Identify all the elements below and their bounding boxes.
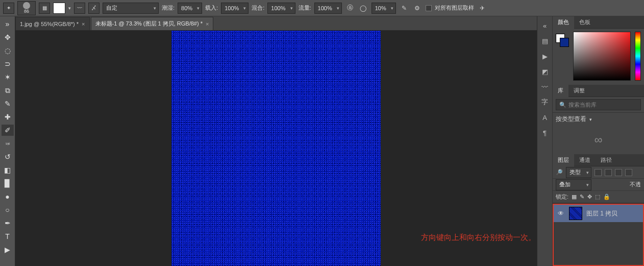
foreground-swatch[interactable]	[53, 3, 65, 14]
tab-adjustments[interactable]: 调整	[568, 85, 590, 97]
brush-preset-picker[interactable]: 86	[17, 1, 36, 15]
eyedropper-tool[interactable]: ✎	[2, 98, 14, 109]
brush-dot-icon	[23, 2, 30, 9]
glyph-icon[interactable]: 字	[539, 97, 551, 107]
tablet-pressure-icon[interactable]: ✎	[399, 3, 409, 13]
character-icon[interactable]: A	[539, 112, 551, 123]
lasso-tool[interactable]: ⊃	[2, 58, 14, 69]
document-tab[interactable]: 1.jpg @ 55%(RGB/8*) * ×	[15, 17, 90, 30]
layers-panel-tabs: 图层 通道 路径	[553, 154, 644, 166]
crop-tool[interactable]: ⧉	[2, 85, 14, 96]
hue-slider[interactable]	[635, 32, 641, 81]
cc-empty: ∞	[553, 126, 644, 154]
blend-mode-dropdown[interactable]: 叠加	[556, 179, 591, 190]
opt-value-3[interactable]: 100%	[314, 3, 342, 14]
filter-type-icon[interactable]	[615, 169, 622, 176]
kind-dropdown[interactable]: 类型	[566, 167, 591, 178]
airbrush-value[interactable]: 10%	[371, 3, 396, 14]
close-icon[interactable]: ×	[82, 21, 85, 27]
opacity-label: 不透	[630, 181, 641, 188]
artboard	[171, 31, 381, 266]
stamp-tool[interactable]: ⎃	[2, 138, 14, 149]
eraser-tool[interactable]: ◧	[2, 164, 14, 176]
airbrush-icon[interactable]: ⓐ	[345, 3, 355, 13]
blend-row: 叠加 不透	[553, 179, 644, 191]
swatch-dropdown-icon[interactable]: ▾	[68, 6, 71, 11]
magic-wand-tool[interactable]: ✶	[2, 71, 14, 83]
layer-list: 👁 图层 1 拷贝	[553, 204, 644, 266]
load-brush-icon[interactable]: 〆	[88, 3, 100, 14]
lock-pixels-icon[interactable]: ✎	[580, 194, 584, 200]
close-icon[interactable]: ×	[206, 21, 209, 27]
tab-swatches[interactable]: 色板	[574, 16, 596, 29]
color-panel-tabs: 颜色 色板	[553, 16, 644, 29]
wet-brush-icon[interactable]: 〰	[74, 3, 85, 14]
paragraph-icon[interactable]: ¶	[539, 128, 551, 138]
filter-adjust-icon[interactable]	[605, 169, 612, 176]
document-tab[interactable]: 未标题-1 @ 73.3% (图层 1 拷贝, RGB/8#) * ×	[91, 17, 214, 30]
library-search[interactable]: 🔍 搜索当前库	[556, 99, 641, 110]
pressure-opacity-icon[interactable]: ✈	[477, 3, 487, 13]
mode-dropdown[interactable]: 自定	[103, 3, 159, 14]
layer-name: 图层 1 拷贝	[586, 209, 617, 218]
cube-icon[interactable]: ◩	[539, 66, 551, 77]
type-filter-row[interactable]: 按类型查看 ▾	[553, 112, 644, 126]
opt-label-0: 潮湿:	[162, 4, 175, 12]
move-tool[interactable]: ✥	[2, 32, 14, 43]
opt-value-1[interactable]: 100%	[221, 3, 249, 14]
tab-channels[interactable]: 通道	[574, 154, 596, 166]
history-brush-tool[interactable]: ↺	[2, 151, 14, 162]
layer-row[interactable]: 👁 图层 1 拷贝	[554, 205, 643, 222]
lock-transparent-icon[interactable]: ▦	[572, 194, 577, 200]
type-tool[interactable]: T	[2, 231, 14, 242]
opt-label-1: 载入:	[205, 4, 218, 12]
gradient-tool[interactable]: ▉	[2, 178, 14, 189]
path-select-tool[interactable]: ▶	[2, 244, 14, 255]
search-icon: 🔍	[559, 102, 566, 108]
annotation-text: 方向键向上和向右分别按动一次。	[421, 233, 536, 243]
opt-label-3: 流量:	[299, 4, 311, 12]
toolbox: » ✥ ◌ ⊃ ✶ ⧉ ✎ ✚ ✐ ⎃ ↺ ◧ ▉ ● ○ ✒ T ▶	[0, 16, 15, 266]
collapse-icon[interactable]: «	[539, 20, 551, 31]
gear-icon[interactable]: ⚙	[412, 3, 423, 13]
filter-shape-icon[interactable]	[625, 169, 632, 176]
libraries-panel: 🔍 搜索当前库	[553, 97, 644, 112]
marquee-tool[interactable]: ◌	[2, 45, 14, 56]
doc-tab-title: 未标题-1 @ 73.3% (图层 1 拷贝, RGB/8#) *	[95, 20, 203, 28]
lock-all-icon[interactable]: 🔒	[603, 194, 610, 200]
play-icon[interactable]: ▶	[539, 51, 551, 61]
lock-artboard-icon[interactable]: ⬚	[595, 194, 600, 200]
canvas-area[interactable]: 方向键向上和向右分别按动一次。	[15, 31, 537, 266]
opt-value-2[interactable]: 100%	[267, 3, 295, 14]
document-tab-bar: 1.jpg @ 55%(RGB/8*) * × 未标题-1 @ 73.3% (图…	[15, 16, 537, 31]
dodge-tool[interactable]: ○	[2, 204, 14, 215]
brush-tool[interactable]: ✐	[2, 125, 14, 136]
search-icon: 🔎	[556, 169, 563, 176]
search-placeholder: 搜索当前库	[568, 101, 597, 109]
pen-tool[interactable]: ✒	[2, 217, 14, 229]
bg-color[interactable]	[560, 38, 569, 47]
color-picker[interactable]	[573, 32, 631, 81]
tab-libraries[interactable]: 库	[553, 85, 568, 97]
sample-all-checkbox[interactable]	[426, 5, 432, 11]
expand-icon[interactable]: »	[2, 18, 14, 30]
lock-position-icon[interactable]: ✥	[587, 194, 592, 200]
tool-preset-icon[interactable]: ✦	[3, 3, 14, 14]
panel-rail: « ▤ ▶ ◩ 〰 字 A ¶	[537, 16, 553, 266]
tab-paths[interactable]: 路径	[596, 154, 617, 166]
right-panel-group: « ▤ ▶ ◩ 〰 字 A ¶ 颜色 色板	[537, 16, 644, 266]
eye-icon[interactable]: 👁	[557, 209, 565, 217]
brush-preset-icon[interactable]: 〰	[539, 82, 551, 92]
tab-layers[interactable]: 图层	[553, 154, 574, 166]
lock-label: 锁定:	[556, 193, 568, 201]
opt-value-0[interactable]: 80%	[178, 3, 202, 14]
fg-bg-swatch[interactable]	[556, 34, 569, 47]
filter-pixel-icon[interactable]	[595, 169, 602, 176]
smoothing-icon[interactable]: ◯	[358, 3, 368, 13]
healing-tool[interactable]: ✚	[2, 111, 14, 123]
blur-tool[interactable]: ●	[2, 191, 14, 202]
brush-panel-icon[interactable]: ▦	[39, 3, 50, 14]
history-icon[interactable]: ▤	[539, 36, 551, 46]
tab-color[interactable]: 颜色	[553, 16, 574, 29]
layer-thumb[interactable]	[569, 207, 582, 220]
